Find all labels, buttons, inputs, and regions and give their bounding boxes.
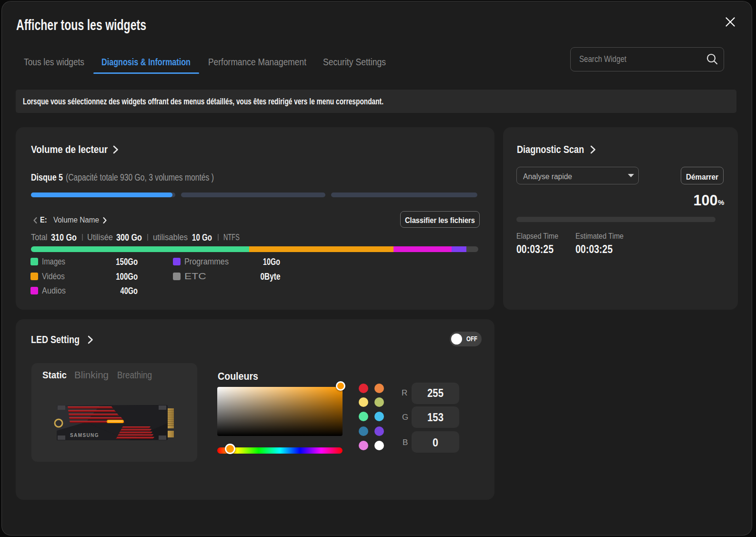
svg-text:SAMSUNG: SAMSUNG <box>70 433 99 438</box>
